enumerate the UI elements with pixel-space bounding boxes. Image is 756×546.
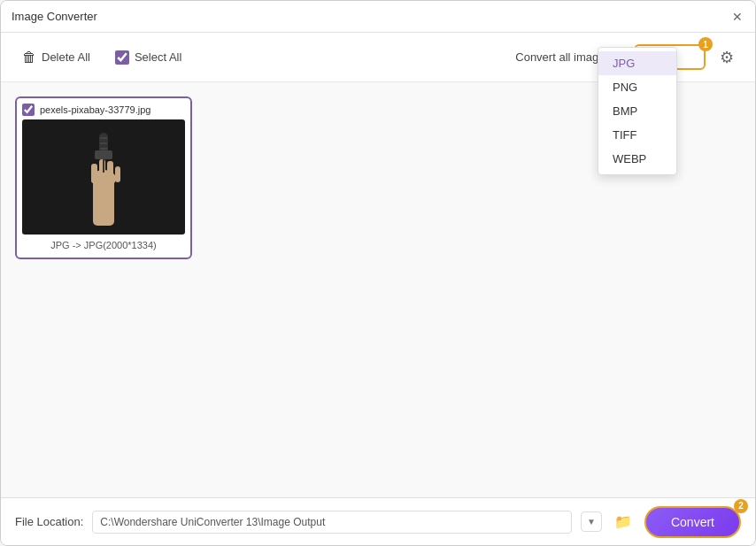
open-folder-button[interactable]: 📁 xyxy=(611,511,636,532)
delete-all-button[interactable]: 🗑 Delete All xyxy=(15,46,97,69)
format-option-bmp[interactable]: BMP xyxy=(598,99,676,123)
app-window: Image Converter ✕ 🗑 Delete All Select Al… xyxy=(0,0,756,546)
footer: File Location: ▼ 📁 2 Convert xyxy=(1,497,755,545)
select-all-checkbox[interactable] xyxy=(115,50,129,65)
svg-rect-5 xyxy=(107,161,113,181)
image-card-header: pexels-pixabay-33779.jpg xyxy=(22,104,185,116)
convert-button[interactable]: Convert xyxy=(644,506,741,538)
svg-rect-8 xyxy=(95,150,112,159)
svg-rect-3 xyxy=(91,164,97,183)
delete-all-label: Delete All xyxy=(42,50,90,64)
format-dropdown-menu: JPG PNG BMP TIFF WEBP xyxy=(598,47,677,175)
format-option-jpg[interactable]: JPG xyxy=(598,51,676,75)
select-all-label[interactable]: Select All xyxy=(115,50,181,65)
window-title: Image Converter xyxy=(12,10,97,23)
path-dropdown-button[interactable]: ▼ xyxy=(581,511,602,532)
format-option-tiff[interactable]: TIFF xyxy=(598,123,676,147)
image-caption: JPG -> JPG(2000*1334) xyxy=(22,238,185,252)
image-card: pexels-pixabay-33779.jpg xyxy=(15,96,192,259)
format-option-webp[interactable]: WEBP xyxy=(598,147,676,171)
trash-icon: 🗑 xyxy=(22,50,36,65)
close-button[interactable]: ✕ xyxy=(730,10,744,24)
file-location-label: File Location: xyxy=(15,515,83,528)
settings-button[interactable]: ⚙ xyxy=(713,43,741,72)
image-select-checkbox[interactable] xyxy=(22,104,35,116)
convert-badge: 2 xyxy=(734,499,748,513)
image-filename: pexels-pixabay-33779.jpg xyxy=(40,104,150,115)
format-option-png[interactable]: PNG xyxy=(598,75,676,99)
image-svg xyxy=(50,124,157,230)
format-badge: 1 xyxy=(698,37,713,51)
svg-rect-6 xyxy=(115,166,120,182)
title-bar: Image Converter ✕ xyxy=(1,1,755,33)
file-location-input[interactable] xyxy=(92,511,572,534)
image-thumbnail xyxy=(22,119,185,235)
select-all-text: Select All xyxy=(135,50,181,64)
convert-button-container: 2 Convert xyxy=(644,506,741,538)
